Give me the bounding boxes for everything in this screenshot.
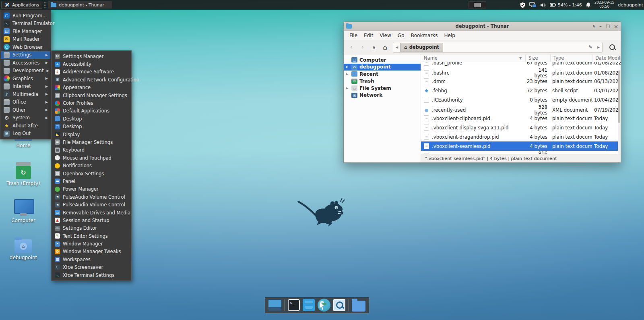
back-button[interactable]: ‹ (346, 42, 357, 52)
file-row[interactable]: ≡ .viminfo 816 bytes plain text document… (421, 151, 621, 154)
scrollbar[interactable] (618, 70, 621, 154)
menu-item[interactable]: Internet ▶ (1, 83, 50, 91)
menu-item[interactable]: ▤ File Manager ▶ (1, 27, 50, 35)
desktop-icon[interactable]: Trash (Empty) (4, 162, 43, 186)
battery-indicator[interactable]: 54% - 1:46 (550, 2, 582, 8)
menu-item[interactable]: Graphics ▶ (1, 75, 50, 83)
file-row[interactable]: ≡ .vboxclient-draganddrop.pid 4 bytes pl… (421, 132, 621, 141)
folder-launcher-icon[interactable] (352, 301, 365, 312)
file-row[interactable]: .ICEauthority 0 bytes empty document 10/… (421, 95, 621, 104)
submenu-item[interactable]: Power Manager (52, 185, 131, 193)
menu-item[interactable]: ○ Web Browser ▶ (1, 43, 50, 51)
file-row[interactable]: ≡ .bash_profile 67 bytes plain text docu… (421, 62, 621, 67)
column-header[interactable]: Name (421, 54, 526, 62)
submenu-item[interactable]: ◀ PulseAudio Volume Control (52, 193, 131, 201)
submenu-item[interactable]: ▤ Clipboard Manager Settings (52, 91, 131, 99)
minimize-button[interactable]: – (599, 24, 602, 29)
file-row[interactable]: ≡ .bashrc 141 bytes plain text document … (421, 67, 621, 77)
submenu-item[interactable]: ≡ File Manager Settings (52, 138, 131, 146)
submenu-item[interactable]: Desktop (52, 115, 131, 123)
sidebar-item[interactable]: ▶ ↻ Trash (344, 78, 421, 85)
maximize-button[interactable]: □ (606, 24, 610, 29)
security-shield-icon[interactable] (520, 2, 526, 8)
desktop-icon[interactable]: debugpoint (4, 237, 43, 260)
column-header[interactable]: Date Modified (592, 54, 621, 62)
submenu-item[interactable]: Notifications (52, 162, 131, 169)
submenu-item[interactable]: ▭ Removable Drives and Media (52, 209, 131, 216)
notification-bell-icon[interactable] (586, 2, 591, 8)
forward-button[interactable]: › (357, 42, 368, 52)
submenu-item[interactable]: ↓ Add/Remove Software (52, 68, 131, 76)
sidebar-item[interactable]: ▶ ▭ File System (344, 85, 421, 92)
scrollbar-thumb[interactable] (618, 71, 620, 123)
menu-item[interactable]: ★ About Xfce ▶ (1, 122, 50, 130)
up-button[interactable]: ∧ (369, 42, 379, 52)
taskbar-window-button[interactable]: debugpoint - Thunar (48, 1, 112, 9)
sidebar-item[interactable]: ▶ ⌂ debugpoint (344, 64, 421, 71)
menu-item[interactable]: ⚙ System ▶ (1, 114, 50, 122)
submenu-item[interactable]: </> Settings Editor (52, 224, 131, 232)
sidebar-item[interactable]: ▶ ▣ Network (344, 92, 421, 99)
location-button[interactable]: ⌂ debugpoint (400, 43, 443, 52)
menu-item[interactable]: ✉ Mail Reader ▶ (1, 35, 50, 44)
submenu-item[interactable]: ▣ Advanced Network Configuration (52, 76, 131, 83)
submenu-item[interactable]: ▲ Session and Startup (52, 216, 131, 224)
terminal-launcher-icon[interactable]: >_ (288, 299, 300, 311)
menu-item[interactable]: Development ▶ (1, 67, 50, 75)
submenu-item[interactable]: ▨ Openbox Settings (52, 170, 131, 177)
column-header[interactable]: Type (551, 54, 592, 62)
column-header[interactable]: Size (526, 54, 551, 62)
sidebar-item[interactable]: ▶ ▢ Computer (344, 56, 421, 64)
submenu-item[interactable]: Mouse and Touchpad (52, 154, 131, 162)
menu-bar-item[interactable]: File (346, 33, 361, 38)
panel-grip[interactable] (44, 2, 46, 8)
menu-bar-item[interactable]: Edit (361, 33, 376, 38)
file-row[interactable]: ≡ .vboxclient-seamless.pid 4 bytes plain… (421, 141, 621, 151)
expander-icon[interactable]: ▶ (346, 73, 349, 76)
path-scroll-left-icon[interactable]: ◀ (394, 43, 400, 52)
desktop-icon[interactable]: Computer (4, 199, 43, 223)
submenu-item[interactable]: ⚙ Window Manager Tweaks (52, 248, 131, 256)
dock-separator[interactable] (348, 299, 349, 311)
display-network-icon[interactable] (529, 2, 537, 8)
expander-icon[interactable]: ▶ (346, 87, 349, 90)
shade-button[interactable]: ∧ (592, 24, 595, 29)
file-row[interactable]: ◆ .fehbg 72 bytes shell script 03/01/202… (421, 86, 621, 95)
workspace-preview-icon[interactable] (268, 300, 281, 311)
title-bar[interactable]: debugpoint - Thunar ∧ – □ × (344, 22, 621, 31)
file-row[interactable]: ≡ .vboxclient-clipboard.pid 4 bytes plai… (421, 114, 621, 123)
submenu-item[interactable]: ▬ Panel (52, 177, 131, 185)
submenu-item[interactable]: ▢ Desktop (52, 123, 131, 131)
expander-icon[interactable]: ▶ (346, 65, 349, 69)
submenu-item[interactable]: ◀ PulseAudio Volume Control (52, 201, 131, 208)
close-button[interactable]: × (614, 24, 618, 29)
file-manager-launcher-icon[interactable] (303, 299, 315, 311)
menu-item[interactable]: ◉ Log Out ▶ (1, 130, 50, 138)
menu-bar-item[interactable]: Go (394, 33, 408, 38)
volume-icon[interactable] (540, 2, 546, 8)
menu-bar-item[interactable]: Help (441, 33, 458, 38)
sidebar-item[interactable]: ▶ Recent (344, 71, 421, 78)
edit-path-icon[interactable]: ✎ (586, 43, 595, 52)
home-button[interactable]: ⌂ (380, 42, 390, 52)
submenu-item[interactable]: ◣ Display (52, 131, 131, 138)
active-workspace[interactable] (474, 3, 481, 7)
submenu-item[interactable]: ✖ Window Manager (52, 240, 131, 247)
menu-item[interactable]: Accessories ▶ (1, 59, 50, 67)
submenu-item[interactable]: ▦ Keyboard (52, 146, 131, 154)
applications-button[interactable]: Applications (1, 1, 42, 9)
file-row[interactable]: ≡ .dmrc 23 bytes plain text document 06/… (421, 77, 621, 86)
menu-item[interactable]: Other ▶ (1, 106, 50, 114)
dock-separator[interactable] (284, 299, 285, 311)
file-row[interactable]: ● .recently-used 328 bytes XML document … (421, 104, 621, 114)
submenu-item[interactable]: ☾ Xfce Screensaver (52, 264, 131, 271)
submenu-item[interactable]: ⚙ Settings Manager (52, 52, 131, 60)
submenu-item[interactable]: Color Profiles (52, 99, 131, 107)
clock[interactable]: 2023-09-15 05:50 (594, 1, 614, 9)
submenu-item[interactable]: Appearance (52, 84, 131, 91)
submenu-item[interactable]: ▦ Workspaces (52, 256, 131, 263)
submenu-item[interactable]: Default Applications (52, 107, 131, 115)
app-finder-launcher-icon[interactable] (333, 299, 345, 311)
path-scroll-right-icon[interactable]: ▶ (595, 43, 602, 52)
workspace-switcher[interactable] (469, 1, 486, 8)
